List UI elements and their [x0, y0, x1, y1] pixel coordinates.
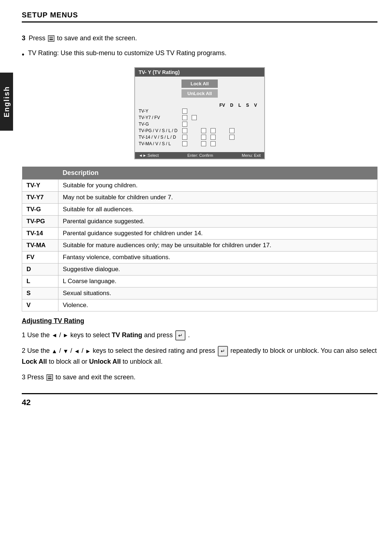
tv-rating-buttons: Lock All UnLock All [135, 77, 264, 101]
page-number: 42 [22, 398, 30, 407]
checkbox-tvma-s[interactable] [211, 141, 216, 146]
checkbox-tvy-fv[interactable] [182, 109, 187, 114]
checkbox-tvy7-d[interactable] [192, 115, 197, 120]
arrow-up-icon: ▲ [52, 347, 57, 356]
table-row: TV-Y7May not be suitable for children un… [22, 192, 377, 204]
arrow-left-icon-2: ◄ [74, 347, 80, 356]
checkbox-tvpg-v[interactable] [229, 128, 234, 133]
arrow-left-icon: ◄ [52, 331, 57, 340]
desc-cell: Sexual situations. [58, 287, 377, 299]
tv-rating-text: TV Rating: Use this sub-menu to customiz… [28, 48, 226, 58]
language-tab: English [0, 73, 13, 131]
row-label-tvma: TV-MA / V / S / L [139, 141, 182, 146]
step1-period: . [188, 331, 190, 339]
tv-rating-row-tvma: TV-MA / V / S / L [139, 141, 261, 146]
tv-rating-screen: TV- Y (TV Rating) Lock All UnLock All FV… [134, 67, 265, 159]
tv-rating-row-tvy7: TV-Y7 / FV [139, 115, 261, 120]
enter-icon-1 [175, 330, 185, 340]
checkbox-tvpg-fv[interactable] [182, 128, 187, 133]
section-header: SETUP MENUS [22, 11, 377, 23]
tv-rating-row-tvpg: TV-PG / V / S / L / D [139, 128, 261, 133]
step2-text4: to block all or [49, 358, 89, 365]
menu-icon-2 [46, 374, 53, 381]
arrow-down-icon: ▼ [63, 347, 69, 356]
row-checkboxes-tvpg [182, 128, 234, 133]
tv-rating-screen-title: TV- Y (TV Rating) [135, 68, 264, 77]
row-label-tvy: TV-Y [139, 109, 182, 114]
step3-top-text2: to save and exit the screen. [57, 34, 137, 42]
table-row: SSexual situations. [22, 287, 377, 299]
checkbox-tv14-s[interactable] [211, 135, 216, 140]
rating-cell: TV-14 [22, 228, 58, 240]
rating-cell: TV-G [22, 204, 58, 216]
table-row: VViolence. [22, 299, 377, 311]
step3-top-num: 3 [22, 34, 25, 42]
rating-cell: FV [22, 252, 58, 264]
desc-cell: Suggestive dialogue. [58, 264, 377, 276]
step2-text1: Use the [27, 347, 52, 354]
desc-cell: Violence. [58, 299, 377, 311]
lock-all-button[interactable]: Lock All [181, 79, 218, 88]
page-container: English SETUP MENUS 3 Press to save and … [0, 0, 392, 555]
menu-icon [48, 35, 54, 42]
step3-bottom-text1: Press [27, 374, 46, 381]
step1-text2: keys to select [70, 331, 112, 339]
table-row: TV-PGParental guidance suggested. [22, 216, 377, 228]
footer-select: ◄►:Select [139, 153, 159, 158]
table-row: LL Coarse language. [22, 276, 377, 287]
col-l: L [238, 103, 241, 108]
step3-bottom-instruction: 3 Press to save and exit the screen. [22, 372, 377, 383]
description-table: Description TV-YSuitable for young child… [22, 167, 377, 311]
row-label-tv14: TV-14 / V / S / L / D [139, 135, 182, 140]
tv-rating-row-tvy: TV-Y [139, 109, 261, 114]
step1-text3: and press [144, 331, 175, 339]
checkbox-tvg-fv[interactable] [182, 122, 187, 127]
row-checkboxes-tv14 [182, 135, 234, 140]
rating-cell: TV-Y7 [22, 192, 58, 204]
unlock-all-button[interactable]: UnLock All [181, 89, 218, 98]
checkbox-tvy7-fv[interactable] [182, 115, 187, 120]
step2-sep2: / [70, 347, 74, 354]
rating-cell: TV-Y [22, 180, 58, 192]
checkbox-tvma-l[interactable] [201, 141, 206, 146]
checkbox-tv14-v[interactable] [229, 135, 234, 140]
step2-text3: repeatedly to block or unblock. You can … [230, 347, 377, 354]
bullet-dot: • [22, 49, 24, 60]
desc-cell: Parental guidance suggested for children… [58, 228, 377, 240]
arrow-right-icon: ► [63, 331, 69, 340]
desc-cell: Parental guidance suggested. [58, 216, 377, 228]
desc-cell: L Coarse language. [58, 276, 377, 287]
rating-cell: TV-PG [22, 216, 58, 228]
col-v: V [254, 103, 257, 108]
table-row: FVFantasy violence, combative situations… [22, 252, 377, 264]
step3-top-text1: Press [29, 34, 45, 42]
row-checkboxes-tvg [182, 122, 187, 127]
checkbox-tv14-fv[interactable] [182, 135, 187, 140]
col-fv: FV [220, 103, 225, 108]
arrow-right-icon-2: ► [85, 347, 91, 356]
row-label-tvy7: TV-Y7 / FV [139, 115, 182, 120]
table-row: TV-GSuitable for all audiences. [22, 204, 377, 216]
step1-num: 1 [22, 331, 25, 339]
step2-text2: keys to select the desired rating and pr… [93, 347, 217, 354]
checkbox-tvpg-s[interactable] [211, 128, 216, 133]
desc-cell: Suitable for all audiences. [58, 204, 377, 216]
col-s: S [246, 103, 249, 108]
checkbox-tv14-l[interactable] [201, 135, 206, 140]
step1-bold: TV Rating [112, 331, 142, 339]
desc-cell: Suitable for young children. [58, 180, 377, 192]
tv-rating-bullet: • TV Rating: Use this sub-menu to custom… [22, 48, 377, 60]
table-header-desc: Description [58, 167, 377, 180]
row-label-tvpg: TV-PG / V / S / L / D [139, 128, 182, 133]
checkbox-tvpg-l[interactable] [201, 128, 206, 133]
checkbox-tvma-fv[interactable] [182, 141, 187, 146]
rating-cell: TV-MA [22, 240, 58, 252]
tv-rating-row-tvg: TV-G [139, 122, 261, 127]
table-row: TV-MASuitable for mature audiences only;… [22, 240, 377, 252]
tv-rating-row-tv14: TV-14 / V / S / L / D [139, 135, 261, 140]
desc-cell: May not be suitable for children under 7… [58, 192, 377, 204]
main-content: SETUP MENUS 3 Press to save and exit the… [22, 0, 377, 411]
row-checkboxes-tvma [182, 141, 216, 146]
table-header-rating [22, 167, 58, 180]
step1-text1: Use the [27, 331, 52, 339]
